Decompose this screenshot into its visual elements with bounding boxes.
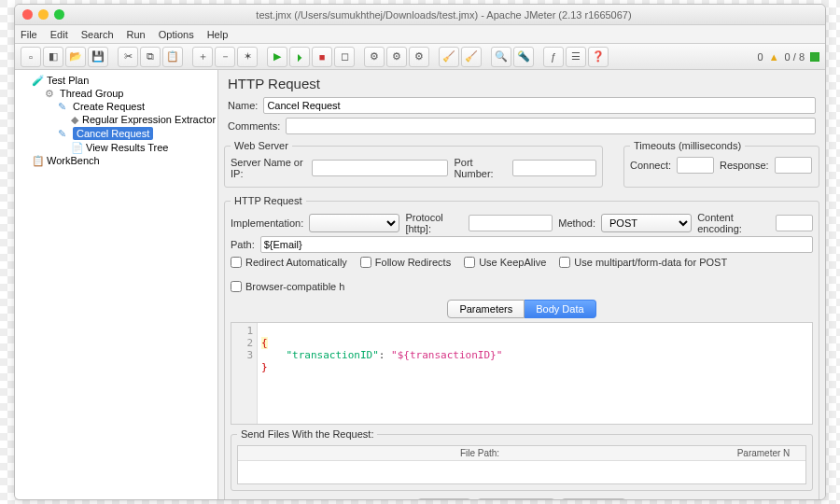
clear-all-icon[interactable]: 🧹 bbox=[461, 47, 482, 67]
cb-multipart[interactable]: Use multipart/form-data for POST bbox=[559, 257, 727, 268]
col-paramname: Parameter N bbox=[721, 446, 805, 460]
tab-parameters[interactable]: Parameters bbox=[447, 300, 525, 318]
new-icon[interactable]: ▫ bbox=[21, 47, 41, 67]
protocol-label: Protocol [http]: bbox=[405, 212, 463, 234]
server-label: Server Name or IP: bbox=[231, 157, 306, 179]
start-no-pause-icon[interactable]: ⏵ bbox=[289, 47, 310, 67]
pencil-icon: ✎ bbox=[58, 128, 69, 139]
status-area: 0 ▲ 0 / 8 bbox=[758, 51, 819, 63]
search-icon[interactable]: 🔍 bbox=[491, 47, 511, 67]
expand-icon[interactable]: ＋ bbox=[192, 47, 213, 67]
connect-field[interactable] bbox=[677, 157, 714, 174]
main-panel: HTTP Request Name: Comments: Web Server … bbox=[218, 70, 825, 499]
remote-start-icon[interactable]: ⚙ bbox=[364, 47, 385, 67]
method-label: Method: bbox=[558, 217, 595, 229]
help-icon[interactable]: ☰ bbox=[566, 47, 586, 67]
warning-count: 0 bbox=[758, 51, 763, 63]
remote-stop-icon[interactable]: ⚙ bbox=[386, 47, 407, 67]
comments-label: Comments: bbox=[228, 120, 280, 132]
encoding-label: Content encoding: bbox=[697, 212, 770, 234]
tree-view-results[interactable]: 📄View Results Tree bbox=[69, 141, 216, 154]
tree-thread-group[interactable]: ⚙Thread Group bbox=[43, 87, 216, 100]
menu-search[interactable]: Search bbox=[81, 29, 114, 40]
code-line-3: } bbox=[261, 361, 268, 373]
remote-shutdown-icon[interactable]: ⚙ bbox=[409, 47, 429, 67]
minimize-icon[interactable] bbox=[38, 9, 49, 20]
protocol-field[interactable] bbox=[469, 215, 553, 231]
col-filepath: File Path: bbox=[238, 446, 721, 460]
cb-browser-compat[interactable]: Browser-compatible h bbox=[231, 281, 344, 292]
impl-select[interactable] bbox=[309, 214, 399, 232]
menu-file[interactable]: File bbox=[21, 29, 37, 40]
pencil-icon: ✎ bbox=[58, 101, 69, 112]
run-indicator-icon bbox=[810, 52, 819, 62]
menubar: File Edit Search Run Options Help bbox=[15, 25, 825, 44]
response-label: Response: bbox=[720, 160, 769, 171]
tab-body-data[interactable]: Body Data bbox=[525, 300, 595, 318]
shutdown-icon[interactable]: ◻ bbox=[334, 47, 355, 67]
code-line-1: { bbox=[261, 337, 268, 349]
open-icon[interactable]: 📂 bbox=[65, 47, 86, 67]
paste-icon[interactable]: 📋 bbox=[162, 47, 183, 67]
beaker-icon: 🧪 bbox=[32, 75, 43, 86]
clipboard-icon: 📋 bbox=[32, 155, 43, 166]
start-icon[interactable]: ▶ bbox=[267, 47, 287, 67]
warning-icon: ▲ bbox=[769, 51, 779, 63]
templates-icon[interactable]: ◧ bbox=[43, 47, 63, 67]
body-data-editor[interactable]: 123 { "transactionID": "${transactionID}… bbox=[231, 322, 813, 425]
cb-follow-redirects[interactable]: Follow Redirects bbox=[360, 257, 451, 268]
cb-redirect-auto[interactable]: Redirect Automatically bbox=[231, 257, 347, 268]
tree-regex-extractor[interactable]: ◆Regular Expression Extractor bbox=[69, 113, 216, 126]
run-ratio: 0 / 8 bbox=[785, 51, 805, 63]
server-field[interactable] bbox=[312, 160, 448, 176]
copy-icon[interactable]: ⧉ bbox=[140, 47, 161, 67]
name-label: Name: bbox=[228, 100, 258, 111]
send-files-legend: Send Files With the Request: bbox=[237, 428, 377, 440]
collapse-icon[interactable]: － bbox=[215, 47, 235, 67]
code-key: "transactionID" bbox=[287, 349, 379, 361]
files-table[interactable]: File Path: Parameter N bbox=[237, 445, 806, 484]
leaf-icon: ◆ bbox=[71, 114, 78, 125]
timeouts-legend: Timeouts (milliseconds) bbox=[630, 140, 745, 151]
delete-button[interactable]: Delete bbox=[561, 498, 626, 499]
close-icon[interactable] bbox=[22, 9, 33, 20]
about-icon[interactable]: ❓ bbox=[588, 47, 609, 67]
menu-options[interactable]: Options bbox=[159, 29, 194, 40]
tree-test-plan[interactable]: 🧪Test Plan bbox=[30, 74, 216, 87]
toggle-icon[interactable]: ✶ bbox=[237, 47, 258, 67]
tree-cancel-request[interactable]: ✎Cancel Request bbox=[56, 126, 216, 141]
impl-label: Implementation: bbox=[231, 217, 303, 229]
page-icon: 📄 bbox=[71, 142, 82, 153]
method-select[interactable]: POST bbox=[601, 214, 692, 232]
zoom-icon[interactable] bbox=[54, 9, 64, 20]
stop-icon[interactable]: ■ bbox=[312, 47, 332, 67]
name-field[interactable] bbox=[263, 97, 816, 114]
path-field[interactable] bbox=[260, 236, 813, 253]
encoding-field[interactable] bbox=[776, 215, 813, 231]
comments-field[interactable] bbox=[286, 118, 816, 134]
save-icon[interactable]: 💾 bbox=[88, 47, 108, 67]
tree-workbench[interactable]: 📋WorkBench bbox=[30, 154, 216, 167]
browse-button[interactable]: Browse... bbox=[477, 498, 555, 499]
response-field[interactable] bbox=[775, 157, 812, 174]
add-button[interactable]: Add bbox=[417, 498, 471, 499]
connect-label: Connect: bbox=[630, 160, 671, 171]
clear-icon[interactable]: 🧹 bbox=[439, 47, 459, 67]
menu-help[interactable]: Help bbox=[207, 29, 229, 40]
cut-icon[interactable]: ✂ bbox=[118, 47, 138, 67]
menu-edit[interactable]: Edit bbox=[50, 29, 68, 40]
function-helper-icon[interactable]: ƒ bbox=[543, 47, 564, 67]
tree-create-request[interactable]: ✎Create Request bbox=[56, 100, 216, 113]
page-title: HTTP Request bbox=[218, 70, 825, 95]
window-title: test.jmx (/Users/sumukhthej/Downloads/te… bbox=[70, 9, 818, 21]
cb-keepalive[interactable]: Use KeepAlive bbox=[464, 257, 546, 268]
port-label: Port Number: bbox=[454, 157, 507, 179]
http-legend: HTTP Request bbox=[231, 195, 306, 206]
menu-run[interactable]: Run bbox=[127, 29, 146, 40]
titlebar: test.jmx (/Users/sumukhthej/Downloads/te… bbox=[15, 5, 825, 25]
port-field[interactable] bbox=[512, 160, 596, 176]
code-val: "${transactionID}" bbox=[391, 349, 502, 361]
path-label: Path: bbox=[231, 239, 255, 250]
gear-icon: ⚙ bbox=[45, 88, 56, 99]
reset-search-icon[interactable]: 🔦 bbox=[513, 47, 534, 67]
